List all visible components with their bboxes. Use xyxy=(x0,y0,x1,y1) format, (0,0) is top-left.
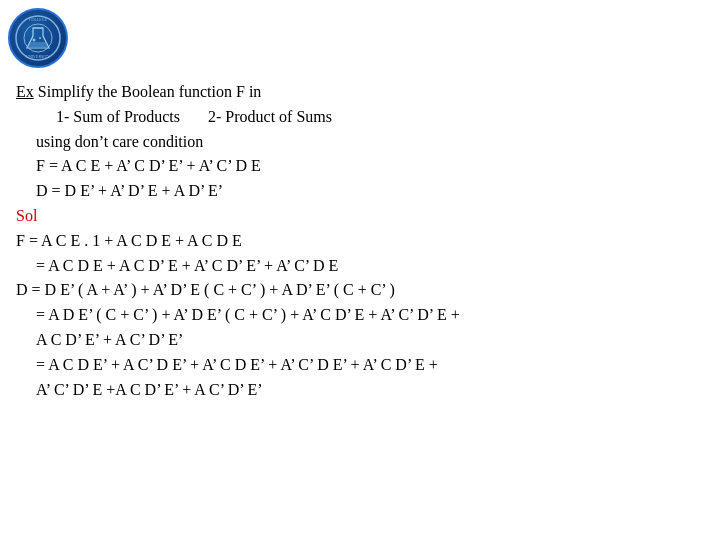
ex-label: Ex xyxy=(16,83,34,100)
logo: UNIVERSITY COLLEGE xyxy=(8,8,68,68)
f-equation: F = A C E + A’ C D’ E’ + A’ C’ D E xyxy=(36,154,704,179)
option2: 2- Product of Sums xyxy=(208,108,332,125)
sol-d3b: A’ C’ D’ E +A C D’ E’ + A C’ D’ E’ xyxy=(36,378,704,403)
sol-f2: = A C D E + A C D’ E + A’ C D’ E’ + A’ C… xyxy=(36,254,704,279)
sol-d2b: A C D’ E’ + A C’ D’ E’ xyxy=(36,328,704,353)
using-line: using don’t care condition xyxy=(36,130,704,155)
logo-icon: UNIVERSITY COLLEGE xyxy=(14,14,62,62)
sol-d3: = A C D E’ + A C’ D E’ + A’ C D E’ + A’ … xyxy=(36,353,704,378)
sol-label: Sol xyxy=(16,204,704,229)
svg-point-2 xyxy=(33,39,36,42)
options-line: 1- Sum of Products 2- Product of Sums xyxy=(56,105,704,130)
sol-f1: F = A C E . 1 + A C D E + A C D E xyxy=(16,229,704,254)
option1: 1- Sum of Products xyxy=(56,108,180,125)
intro-text: Simplify the Boolean function F in xyxy=(34,83,262,100)
sol-d2: = A D E’ ( C + C’ ) + A’ D E’ ( C + C’ )… xyxy=(36,303,704,328)
intro-line: Ex Simplify the Boolean function F in xyxy=(16,80,704,105)
svg-text:COLLEGE: COLLEGE xyxy=(29,17,48,22)
d-equation: D = D E’ + A’ D’ E + A D’ E’ xyxy=(36,179,704,204)
svg-point-3 xyxy=(39,37,41,39)
main-content: Ex Simplify the Boolean function F in 1-… xyxy=(16,80,704,402)
svg-text:UNIVERSITY: UNIVERSITY xyxy=(26,54,50,59)
sol-d1: D = D E’ ( A + A’ ) + A’ D’ E ( C + C’ )… xyxy=(16,278,704,303)
